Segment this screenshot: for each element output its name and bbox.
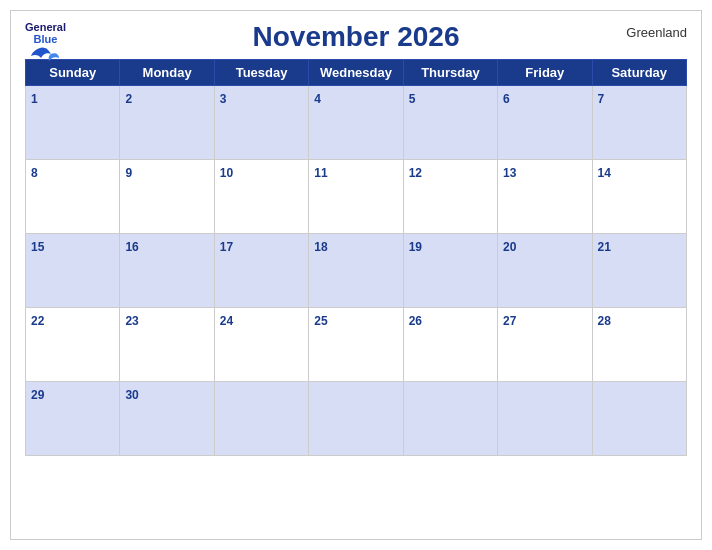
table-row — [592, 382, 686, 456]
table-row: 28 — [592, 308, 686, 382]
logo-general-text: General — [25, 21, 66, 33]
table-row — [214, 382, 308, 456]
header-saturday: Saturday — [592, 60, 686, 86]
table-row: 14 — [592, 160, 686, 234]
header-wednesday: Wednesday — [309, 60, 403, 86]
table-row: 25 — [309, 308, 403, 382]
table-row: 8 — [26, 160, 120, 234]
header-tuesday: Tuesday — [214, 60, 308, 86]
day-9: 9 — [125, 166, 132, 180]
week-row-1: 1234567 — [26, 86, 687, 160]
table-row: 10 — [214, 160, 308, 234]
calendar-title: November 2026 — [252, 21, 459, 53]
day-27: 27 — [503, 314, 516, 328]
table-row: 7 — [592, 86, 686, 160]
table-row — [309, 382, 403, 456]
table-row: 1 — [26, 86, 120, 160]
table-row — [498, 382, 592, 456]
table-row: 3 — [214, 86, 308, 160]
day-18: 18 — [314, 240, 327, 254]
week-row-3: 15161718192021 — [26, 234, 687, 308]
table-row: 18 — [309, 234, 403, 308]
day-24: 24 — [220, 314, 233, 328]
table-row: 30 — [120, 382, 214, 456]
header-monday: Monday — [120, 60, 214, 86]
logo: General Blue — [25, 21, 66, 64]
day-21: 21 — [598, 240, 611, 254]
day-28: 28 — [598, 314, 611, 328]
day-16: 16 — [125, 240, 138, 254]
table-row: 16 — [120, 234, 214, 308]
table-row: 27 — [498, 308, 592, 382]
region-label: Greenland — [626, 25, 687, 40]
day-26: 26 — [409, 314, 422, 328]
day-5: 5 — [409, 92, 416, 106]
day-3: 3 — [220, 92, 227, 106]
day-8: 8 — [31, 166, 38, 180]
day-20: 20 — [503, 240, 516, 254]
day-10: 10 — [220, 166, 233, 180]
table-row: 11 — [309, 160, 403, 234]
table-row: 21 — [592, 234, 686, 308]
day-headers-row: Sunday Monday Tuesday Wednesday Thursday… — [26, 60, 687, 86]
day-2: 2 — [125, 92, 132, 106]
logo-bird-icon — [31, 46, 59, 64]
table-row: 4 — [309, 86, 403, 160]
day-30: 30 — [125, 388, 138, 402]
table-row: 6 — [498, 86, 592, 160]
table-row: 12 — [403, 160, 497, 234]
table-row: 19 — [403, 234, 497, 308]
day-6: 6 — [503, 92, 510, 106]
day-25: 25 — [314, 314, 327, 328]
day-29: 29 — [31, 388, 44, 402]
calendar-grid: Sunday Monday Tuesday Wednesday Thursday… — [25, 59, 687, 456]
table-row: 2 — [120, 86, 214, 160]
week-row-2: 891011121314 — [26, 160, 687, 234]
day-12: 12 — [409, 166, 422, 180]
day-7: 7 — [598, 92, 605, 106]
week-row-4: 22232425262728 — [26, 308, 687, 382]
day-4: 4 — [314, 92, 321, 106]
day-17: 17 — [220, 240, 233, 254]
header-thursday: Thursday — [403, 60, 497, 86]
day-1: 1 — [31, 92, 38, 106]
calendar-container: General Blue November 2026 Greenland Sun… — [10, 10, 702, 540]
table-row: 17 — [214, 234, 308, 308]
day-22: 22 — [31, 314, 44, 328]
logo-blue-text: Blue — [34, 33, 58, 45]
table-row — [403, 382, 497, 456]
day-15: 15 — [31, 240, 44, 254]
week-row-5: 2930 — [26, 382, 687, 456]
table-row: 23 — [120, 308, 214, 382]
day-13: 13 — [503, 166, 516, 180]
table-row: 26 — [403, 308, 497, 382]
table-row: 9 — [120, 160, 214, 234]
table-row: 20 — [498, 234, 592, 308]
calendar-header: General Blue November 2026 Greenland — [25, 21, 687, 53]
table-row: 29 — [26, 382, 120, 456]
table-row: 15 — [26, 234, 120, 308]
header-friday: Friday — [498, 60, 592, 86]
day-11: 11 — [314, 166, 327, 180]
day-19: 19 — [409, 240, 422, 254]
day-14: 14 — [598, 166, 611, 180]
table-row: 22 — [26, 308, 120, 382]
day-23: 23 — [125, 314, 138, 328]
table-row: 13 — [498, 160, 592, 234]
table-row: 5 — [403, 86, 497, 160]
table-row: 24 — [214, 308, 308, 382]
